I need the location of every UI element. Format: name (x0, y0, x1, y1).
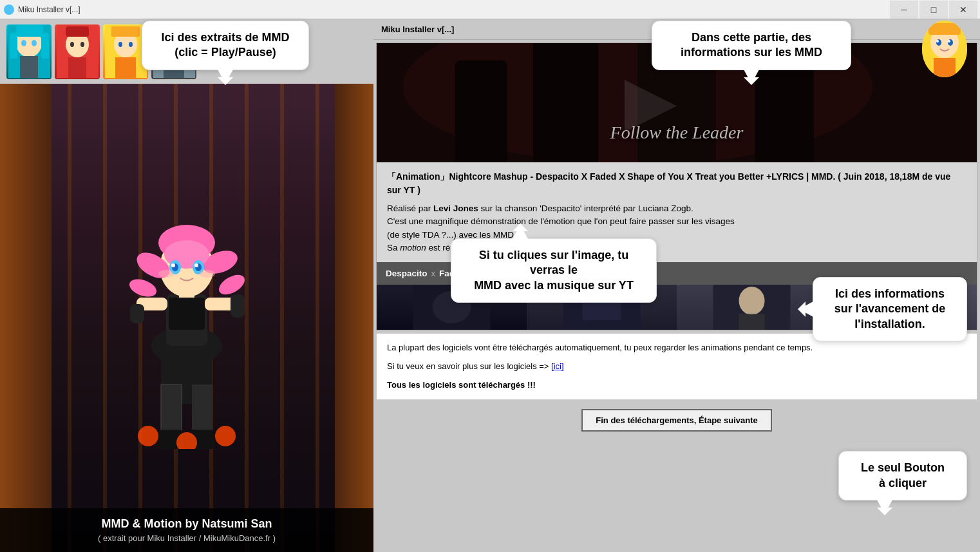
svg-point-6 (32, 40, 37, 46)
song-tag-2: Shape of You (476, 269, 531, 278)
svg-rect-82 (934, 58, 956, 77)
mmd-desc-2: C'est une magnifique démonstration de l'… (387, 215, 966, 228)
sep-1: x (469, 269, 473, 278)
desc-post: sur la chanson 'Despacito' interprété pa… (478, 204, 693, 213)
svg-point-17 (118, 42, 122, 47)
svg-point-18 (129, 42, 133, 47)
svg-point-51 (171, 263, 175, 267)
stage-curtain-right (335, 84, 373, 552)
video-caption: MMD & Motion by Natsumi San ( extrait po… (0, 508, 373, 552)
desc-pre: Réalisé par (387, 204, 433, 213)
title-bar-text: Miku Installer v[...] (18, 5, 890, 14)
svg-point-43 (127, 276, 159, 300)
song-tag-3: Treat you Better (543, 269, 610, 278)
song-tag-0: Despacito (386, 269, 428, 278)
mmd-info-section: Follow the Leader 「Animation」Nightcore M… (376, 43, 977, 330)
song-tag-1: Faded (439, 269, 465, 278)
thumb-strip (377, 285, 977, 330)
svg-point-52 (194, 263, 198, 267)
svg-point-54 (200, 270, 215, 278)
svg-rect-74 (889, 314, 915, 330)
desc-author: Levi Jones (433, 204, 478, 213)
maximize-button[interactable]: □ (919, 1, 948, 19)
song-tags-bar: Despacito x Faded x Shape of You x Treat… (377, 262, 977, 285)
svg-point-70 (739, 287, 765, 315)
mmd-desc-1: Réalisé par Levi Jones sur la chanson 'D… (387, 202, 966, 215)
svg-point-11 (70, 42, 74, 47)
bottom-line3: Tous les logiciels sont téléchargés !!! (387, 379, 966, 392)
sep-2: x (535, 269, 540, 278)
video-area[interactable]: MMD & Motion by Natsumi San ( extrait po… (0, 84, 373, 552)
svg-point-5 (21, 40, 26, 46)
avatar-char2[interactable] (55, 24, 100, 79)
svg-rect-3 (10, 33, 17, 59)
bottom-line2: Si tu veux en savoir plus sur les logici… (387, 360, 966, 374)
right-header-title: Miku Installer v[...] (381, 24, 454, 34)
yt-thumbnail-text: Follow the Leader (377, 122, 977, 143)
mmd-info-text: 「Animation」Nightcore Mashup - Despacito … (377, 162, 977, 262)
svg-rect-37 (130, 304, 144, 323)
bottom-line1: La plupart des logiciels vont être téléc… (387, 341, 966, 355)
title-bar: Miku Installer v[...] ─ □ ✕ (0, 0, 980, 19)
caption-main-text: MMD & Motion by Natsumi San (13, 517, 361, 531)
svg-rect-19 (115, 57, 136, 78)
thumb-item-1 (527, 285, 677, 330)
caption-sub-text: ( extrait pour Miku Installer / MikuMiku… (13, 533, 361, 543)
app-icon (4, 5, 14, 15)
svg-rect-4 (41, 33, 49, 59)
svg-point-73 (889, 287, 915, 315)
next-button[interactable]: Fin des téléchargements, Étape suivante (581, 409, 771, 432)
svg-point-23 (167, 42, 171, 47)
thumb-item-3 (827, 285, 977, 330)
svg-rect-22 (160, 26, 188, 37)
miku-character (97, 159, 277, 449)
yt-thumbnail[interactable]: Follow the Leader (377, 43, 977, 162)
svg-rect-71 (739, 314, 765, 330)
main-container: MMD & Motion by Natsumi San ( extrait po… (0, 19, 980, 552)
svg-point-12 (80, 42, 84, 47)
svg-rect-38 (231, 294, 245, 318)
svg-point-66 (433, 291, 471, 323)
svg-rect-7 (20, 56, 38, 78)
svg-point-81 (948, 40, 950, 43)
svg-point-57 (215, 426, 236, 446)
mmd-desc-4: Sa motion est réalisée par (387, 242, 966, 254)
mmd-desc-3: (de style TDA ?...) avec les MMD. (387, 229, 966, 242)
button-area: Fin des téléchargements, Étape suivante (373, 403, 980, 438)
svg-point-24 (177, 42, 181, 47)
svg-rect-25 (164, 57, 184, 78)
avatar-miku[interactable] (6, 24, 52, 79)
svg-rect-10 (66, 26, 89, 37)
ici-link[interactable]: [ici] (551, 361, 564, 371)
svg-rect-68 (583, 294, 621, 320)
stage-curtain-left (0, 84, 52, 552)
svg-point-53 (158, 270, 174, 278)
bottom-info-panel: La plupart des logiciels vont être téléc… (376, 333, 977, 400)
right-panel: Miku Installer v[...] (373, 19, 980, 552)
svg-point-80 (936, 40, 939, 43)
svg-rect-2 (16, 25, 43, 37)
minimize-button[interactable]: ─ (890, 1, 918, 19)
svg-rect-77 (928, 23, 961, 35)
avatar-len[interactable] (103, 24, 148, 79)
left-panel: MMD & Motion by Natsumi San ( extrait po… (0, 19, 373, 552)
svg-point-55 (138, 426, 158, 446)
svg-rect-13 (68, 57, 86, 78)
thumb-item-0 (377, 285, 527, 330)
char-header (0, 19, 373, 84)
sep-0: x (431, 269, 436, 278)
svg-point-45 (216, 271, 248, 299)
thumb-item-2 (677, 285, 827, 330)
svg-rect-34 (169, 298, 205, 330)
window-controls: ─ □ ✕ (890, 1, 977, 19)
avatar-rin-right (922, 21, 967, 77)
svg-rect-16 (111, 26, 140, 37)
mmd-title: 「Animation」Nightcore Mashup - Despacito … (387, 170, 966, 197)
avatar-char4[interactable] (151, 24, 196, 79)
right-content[interactable]: Follow the Leader 「Animation」Nightcore M… (373, 40, 980, 552)
right-panel-header: Miku Installer v[...] (373, 19, 980, 40)
close-button[interactable]: ✕ (949, 1, 977, 19)
